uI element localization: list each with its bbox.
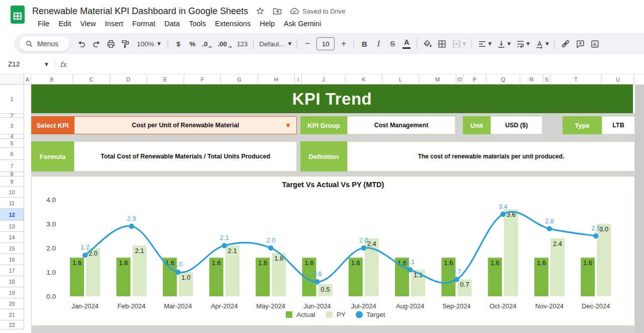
definition-value[interactable]: The cost of renewable materials per unit… [347,141,635,172]
kpi-dropdown[interactable]: Cost per Unit of Renewable Material ▼ [74,116,297,134]
column-header-O[interactable]: O [456,74,463,85]
row-header-9[interactable]: 9 [0,177,24,187]
merge-cells-button[interactable]: ▼ [449,36,468,51]
column-header-J[interactable]: J [302,74,346,85]
star-icon[interactable] [255,6,265,16]
horizontal-align-button[interactable]: ▼ [475,36,494,51]
row-header-15[interactable]: 15 [0,243,24,254]
menu-edit[interactable]: Edit [54,18,75,29]
borders-button[interactable] [435,36,449,51]
menu-data[interactable]: Data [160,18,185,29]
insert-link-button[interactable] [558,36,573,51]
undo-button[interactable] [74,36,89,51]
row-header-6[interactable]: 6 [0,148,24,160]
column-header-I[interactable]: I [295,74,302,85]
zoom-selector[interactable]: 100% ▼ [133,36,165,51]
row-header-13[interactable]: 13 [0,221,24,232]
menu-extensions[interactable]: Extensions [210,18,255,29]
row-header-11[interactable]: 11 [0,198,24,209]
strikethrough-button[interactable]: S [385,36,399,51]
column-header-C[interactable]: C [73,74,110,85]
fill-color-button[interactable] [420,36,435,51]
menu-ask-gemini[interactable]: Ask Gemini [279,18,326,29]
row-header-19[interactable]: 19 [0,287,24,298]
decrease-font-size-button[interactable]: − [300,36,314,51]
row-header-3[interactable]: 3 [0,118,24,134]
row-header-8[interactable]: 8 [0,172,24,177]
column-header-U[interactable]: U [602,74,634,85]
redo-button[interactable] [89,36,104,51]
column-header-Q[interactable]: Q [487,74,520,85]
menu-tools[interactable]: Tools [184,18,210,29]
type-value[interactable]: LTB [602,116,635,134]
column-header-G[interactable]: G [221,74,258,85]
column-header-F[interactable]: F [184,74,221,85]
column-header-M[interactable]: M [419,74,456,85]
insert-comment-button[interactable] [573,36,588,51]
column-header-E[interactable]: E [147,74,184,85]
save-status[interactable]: Saved to Drive [289,6,345,16]
menu-view[interactable]: View [75,18,100,29]
format-percent-button[interactable]: % [185,36,199,51]
row-header-5[interactable]: 5 [0,139,24,148]
save-status-label: Saved to Drive [302,8,345,15]
row-header-14[interactable]: 14 [0,232,24,243]
column-header-B[interactable]: B [31,74,73,85]
move-to-folder-icon[interactable] [272,6,282,16]
row-header-12[interactable]: 12 [0,209,24,221]
row-header-7[interactable]: 7 [0,160,24,172]
formula-value[interactable]: Total Cost of Renewable Materials / Tota… [74,141,297,172]
menu-insert[interactable]: Insert [101,18,128,29]
column-header-R[interactable]: R [520,74,543,85]
formula-input[interactable] [66,54,644,74]
row-header-22[interactable]: 22 [0,320,24,329]
menu-file[interactable]: File [33,18,54,29]
print-button[interactable] [104,36,118,51]
bold-button[interactable]: B [357,36,371,51]
font-size-input[interactable]: 10 [316,37,335,50]
text-wrap-button[interactable]: ▼ [513,36,532,51]
menu-format[interactable]: Format [128,18,160,29]
row-header-18[interactable]: 18 [0,276,24,287]
vertical-align-button[interactable]: ▼ [494,36,513,51]
column-header-H[interactable]: H [258,74,295,85]
column-header-L[interactable]: L [382,74,419,85]
row-header-1[interactable]: 1 [0,85,24,114]
italic-button[interactable]: I [371,36,385,51]
row-header-10[interactable]: 10 [0,187,24,198]
google-sheets-logo[interactable] [10,5,25,25]
more-formats-button[interactable]: 123 [234,36,251,51]
row-header-17[interactable]: 17 [0,265,24,276]
chevron-down-icon: ▼ [45,62,48,67]
select-all-corner[interactable] [0,74,24,85]
column-header-P[interactable]: P [463,74,487,85]
row-header-21[interactable]: 21 [0,309,24,320]
format-currency-button[interactable]: $ [171,36,185,51]
row-header-16[interactable]: 16 [0,254,24,265]
menus-search-button[interactable]: Menus [19,36,69,51]
kpi-trend-banner[interactable]: KPI Trend [31,85,633,113]
menu-help[interactable]: Help [255,18,279,29]
column-header-T[interactable]: T [550,74,602,85]
arrow-left-icon: ← [209,44,213,49]
unit-value[interactable]: USD ($) [491,116,542,134]
decrease-decimal-button[interactable]: .0← [199,36,215,51]
row-header-2[interactable]: 2 [0,114,24,118]
column-header-S[interactable]: S [543,74,550,85]
increase-decimal-button[interactable]: .00→ [215,36,234,51]
kpi-trend-chart[interactable]: Target Vs Actual Vs PY (MTD) 0.01.02.03.… [31,176,635,326]
kpi-group-value[interactable]: Cost Management [347,116,455,134]
font-selector[interactable]: Defaul... ▼ [257,36,294,51]
column-header-K[interactable]: K [346,74,382,85]
increase-font-size-button[interactable]: + [337,36,351,51]
column-header-D[interactable]: D [110,74,147,85]
row-header-20[interactable]: 20 [0,298,24,309]
document-title[interactable]: Renewable Material KPI Dashboard in Goog… [32,6,248,17]
paint-format-button[interactable] [118,36,133,51]
row-header-4[interactable]: 4 [0,134,24,139]
text-color-button[interactable]: A [399,36,414,51]
name-box[interactable]: Z12 ▼ [0,60,48,68]
column-header-A[interactable]: A [24,74,31,85]
insert-chart-button[interactable] [588,36,602,51]
text-rotation-button[interactable]: ▼ [532,36,551,51]
